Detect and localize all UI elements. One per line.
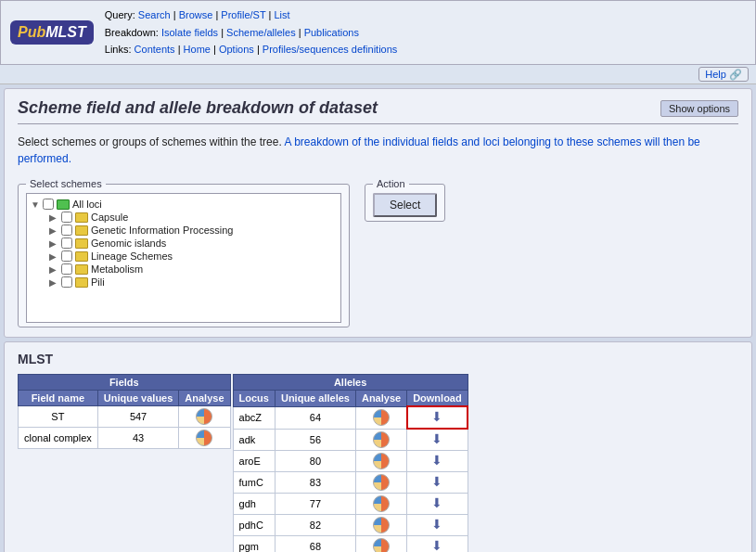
pie-icon-fumc[interactable] — [373, 474, 390, 491]
tree-child-pili: ▶ Pili — [31, 276, 337, 289]
locus-gdh: gdh — [233, 494, 275, 515]
pie-icon-pdhc[interactable] — [373, 517, 390, 533]
download-adk[interactable] — [407, 429, 468, 451]
unique-fumc: 83 — [275, 472, 355, 494]
tree-label-lineage: Lineage Schemes — [91, 250, 173, 262]
unique-adk: 56 — [275, 429, 355, 451]
download-fumc[interactable] — [407, 472, 468, 494]
checkbox-capsule[interactable] — [61, 212, 72, 223]
help-bar: Help 🔗 — [0, 65, 756, 84]
allele-row-adk: adk 56 — [233, 429, 468, 451]
pie-icon-abcz[interactable] — [373, 409, 390, 426]
pie-icon-pgm[interactable] — [373, 538, 390, 552]
download-icon-aroe[interactable] — [429, 453, 445, 469]
analyse-col2-header: Analyse — [355, 391, 406, 407]
tree-item-lineage[interactable]: ▶ Lineage Schemes — [49, 250, 337, 263]
download-abcz[interactable] — [407, 406, 468, 429]
link-contents[interactable]: Contents — [135, 44, 175, 55]
download-pdhc[interactable] — [407, 515, 468, 536]
pie-icon-adk[interactable] — [373, 431, 390, 448]
tree-item-metabolism[interactable]: ▶ Metabolism — [49, 263, 337, 276]
analyse-adk[interactable] — [355, 429, 406, 451]
help-link[interactable]: Help 🔗 — [698, 67, 749, 82]
locus-col-header: Locus — [233, 391, 275, 407]
pie-icon-gdh[interactable] — [373, 495, 390, 512]
logo-pub: Pub — [18, 24, 45, 40]
expand-icon-allloci[interactable]: ▼ — [31, 199, 40, 209]
tree-child-gip: ▶ Genetic Information Processing — [31, 224, 337, 237]
download-icon-adk[interactable] — [429, 431, 445, 448]
link-options[interactable]: Options — [219, 44, 254, 55]
expand-icon-genomic[interactable]: ▶ — [49, 238, 58, 248]
checkbox-gip[interactable] — [61, 225, 72, 236]
pie-icon-aroe[interactable] — [373, 453, 390, 469]
expand-icon-lineage[interactable]: ▶ — [49, 251, 58, 261]
query-browse-link[interactable]: Browse — [179, 9, 213, 20]
download-icon-fumc[interactable] — [429, 474, 445, 491]
mlst-section: MLST Fields Field name Unique values Ana… — [4, 341, 752, 552]
tree-label-metabolism: Metabolism — [91, 263, 143, 275]
pie-chart-icon-clonal[interactable] — [196, 430, 212, 446]
analyse-gdh[interactable] — [355, 494, 406, 515]
select-section: Select schemes ▼ All loci ▶ Capsule — [18, 178, 738, 327]
checkbox-pili[interactable] — [61, 276, 72, 288]
checkbox-allloci[interactable] — [43, 199, 54, 210]
show-options-button[interactable]: Show options — [660, 100, 738, 117]
link-profiles[interactable]: Profiles/sequences definitions — [263, 44, 398, 55]
field-analyse-st[interactable] — [179, 406, 230, 428]
analyse-pdhc[interactable] — [355, 515, 406, 536]
description: Select schemes or groups of schemes with… — [18, 134, 738, 167]
expand-icon-pili[interactable]: ▶ — [49, 277, 58, 287]
tree-item-pili[interactable]: ▶ Pili — [49, 276, 337, 289]
analyse-abcz[interactable] — [355, 406, 406, 429]
analyse-pgm[interactable] — [355, 536, 406, 552]
query-profilest-link[interactable]: Profile/ST — [221, 9, 265, 20]
breakdown-label: Breakdown: — [105, 27, 159, 38]
expand-icon-capsule[interactable]: ▶ — [49, 212, 58, 222]
expand-icon-gip[interactable]: ▶ — [49, 225, 58, 235]
allele-row-aroe: aroE 80 — [233, 451, 468, 472]
analyse-fumc[interactable] — [355, 472, 406, 494]
tree-child-capsule: ▶ Capsule — [31, 211, 337, 224]
pie-chart-icon-st[interactable] — [196, 408, 212, 425]
locus-abcz: abcZ — [233, 406, 275, 429]
locus-pgm: pgm — [233, 536, 275, 552]
download-aroe[interactable] — [407, 451, 468, 472]
checkbox-genomic[interactable] — [61, 237, 72, 249]
download-icon-gdh[interactable] — [429, 495, 445, 512]
download-icon-pdhc[interactable] — [429, 517, 445, 533]
tree-item-gip[interactable]: ▶ Genetic Information Processing — [49, 224, 337, 237]
link-home[interactable]: Home — [184, 44, 211, 55]
breakdown-scheme-link[interactable]: Scheme/alleles — [226, 27, 296, 38]
field-analyse-clonal[interactable] — [179, 428, 230, 449]
unique-alleles-col-header: Unique alleles — [275, 391, 355, 407]
folder-icon-gip — [75, 225, 88, 236]
tree-child-genomic: ▶ Genomic islands — [31, 237, 337, 250]
fields-header: Fields — [19, 375, 231, 391]
tree-container[interactable]: ▼ All loci ▶ Capsule ▶ — [26, 193, 341, 323]
download-gdh[interactable] — [407, 494, 468, 515]
field-name-st: ST — [19, 406, 98, 428]
expand-icon-metabolism[interactable]: ▶ — [49, 264, 58, 274]
query-search-link[interactable]: Search — [138, 9, 171, 20]
links-label: Links: — [105, 44, 132, 55]
tree-item-genomic[interactable]: ▶ Genomic islands — [49, 237, 337, 250]
download-icon-pgm[interactable] — [429, 538, 445, 552]
unique-pgm: 68 — [275, 536, 355, 552]
checkbox-lineage[interactable] — [61, 250, 72, 262]
download-pgm[interactable] — [407, 536, 468, 552]
tree-item-allloci[interactable]: ▼ All loci — [31, 198, 337, 211]
field-row-clonal: clonal complex 43 — [19, 428, 231, 449]
breakdown-publications-link[interactable]: Publications — [304, 27, 359, 38]
header: PubMLST Query: Search | Browse | Profile… — [0, 0, 756, 65]
action-fieldset: Action Select — [365, 178, 445, 222]
analyse-aroe[interactable] — [355, 451, 406, 472]
tree-item-capsule[interactable]: ▶ Capsule — [49, 211, 337, 224]
download-icon-abcz[interactable] — [429, 409, 445, 426]
select-button[interactable]: Select — [373, 193, 437, 217]
query-list-link[interactable]: List — [274, 9, 289, 20]
locus-aroe: aroE — [233, 451, 275, 472]
checkbox-metabolism[interactable] — [61, 263, 72, 275]
tree-child-metabolism: ▶ Metabolism — [31, 263, 337, 276]
breakdown-isolate-link[interactable]: Isolate fields — [161, 27, 218, 38]
